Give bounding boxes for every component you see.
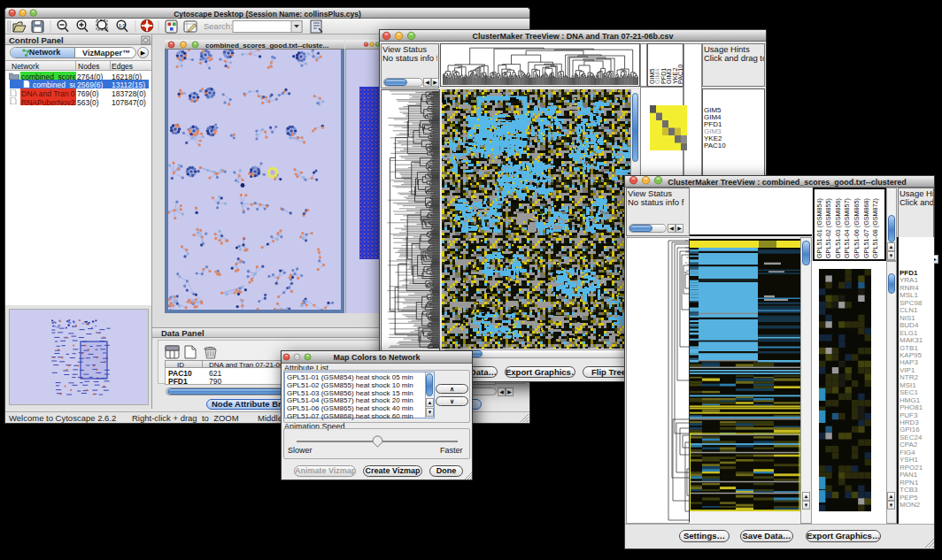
svg-text:GPL51-08 (GSM872): GPL51-08 (GSM872) bbox=[871, 198, 879, 258]
svg-text:GPL51-02 (GSM855): GPL51-02 (GSM855) bbox=[824, 198, 832, 258]
svg-text:GPL51-07 (GSM868): GPL51-07 (GSM868) bbox=[862, 198, 870, 258]
svg-text:GPL51-03 (GSM856): GPL51-03 (GSM856) bbox=[834, 198, 842, 258]
svg-text:GPL51-06 (GSM865): GPL51-06 (GSM865) bbox=[853, 198, 861, 258]
svg-text:GPL51-01 (GSM854): GPL51-01 (GSM854) bbox=[815, 198, 823, 258]
svg-text:GPL51-04 (GSM857): GPL51-04 (GSM857) bbox=[843, 198, 851, 258]
